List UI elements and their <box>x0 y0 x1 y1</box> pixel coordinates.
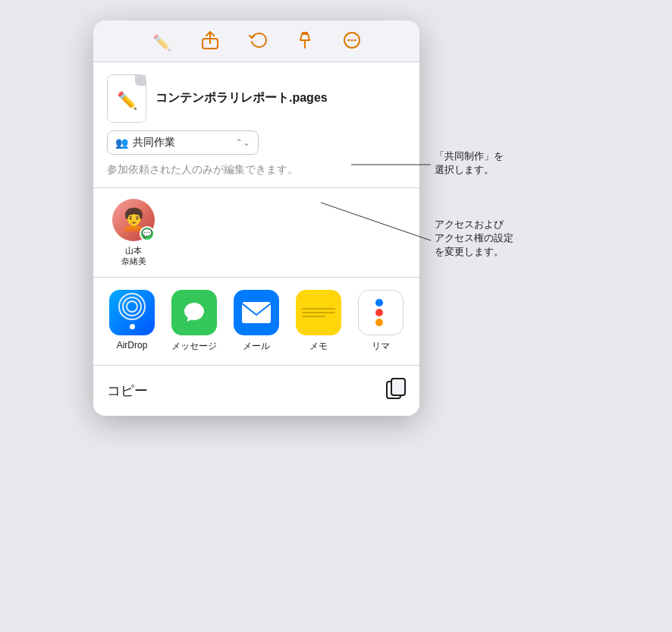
svg-point-2 <box>347 39 350 41</box>
apps-section: AirDrop メッセージ <box>93 278 419 366</box>
app-item-messages[interactable]: メッセージ <box>165 290 223 353</box>
app-label-notes: メモ <box>309 340 328 353</box>
file-name: コンテンポラリレポート.pages <box>155 90 328 106</box>
wave-inner <box>126 300 138 313</box>
app-label-airdrop: AirDrop <box>117 340 148 351</box>
avatar: 🧑‍🦱 💬 <box>112 199 155 241</box>
app-item-reminders[interactable]: リマ <box>352 290 410 353</box>
svg-rect-7 <box>391 379 405 395</box>
share-icon[interactable] <box>202 31 218 54</box>
file-header: ✏️ コンテンポラリレポート.pages <box>107 74 406 123</box>
pages-pencil-icon: ✏️ <box>117 91 137 111</box>
participant-section: 🧑‍🦱 💬 山本 奈緒美 <box>93 188 419 278</box>
reminders-dots <box>375 299 386 326</box>
access-text[interactable]: 参加依頼された人のみが編集できます。 <box>107 162 406 177</box>
dot-blue <box>375 299 383 307</box>
annotation-collab-line2: 選択します。 <box>435 163 504 177</box>
collab-label: 共同作業 <box>133 136 231 149</box>
svg-rect-5 <box>242 302 271 323</box>
undo-icon[interactable] <box>249 32 267 53</box>
app-item-notes[interactable]: メモ <box>290 290 347 353</box>
chevron-updown-icon: ⌃⌄ <box>235 137 250 148</box>
annotation-access: アクセスおよび アクセス権の設定 を変更します。 <box>435 218 513 259</box>
apps-row: AirDrop メッセージ <box>101 290 412 353</box>
toolbar: ✏️ <box>93 20 419 62</box>
wave-dot <box>130 324 135 329</box>
collab-dropdown[interactable]: 👥 共同作業 ⌃⌄ <box>107 130 259 155</box>
more-icon[interactable] <box>343 31 361 54</box>
message-badge: 💬 <box>140 226 155 241</box>
app-item-mail[interactable]: メール <box>228 290 285 353</box>
pin-icon[interactable] <box>297 31 312 54</box>
share-panel: ✏️ <box>93 20 419 417</box>
reminders-icon <box>358 290 404 335</box>
app-label-messages: メッセージ <box>171 340 217 353</box>
copy-section[interactable]: コピー <box>93 366 419 416</box>
app-item-airdrop[interactable]: AirDrop <box>103 290 161 353</box>
annotation-collab-line1: 「共同制作」を <box>435 149 504 163</box>
annotation-access-line2: アクセス権の設定 <box>435 231 513 245</box>
annotation-access-line1: アクセスおよび <box>435 218 513 231</box>
mail-icon <box>234 290 279 335</box>
messages-icon <box>171 290 217 335</box>
file-icon: ✏️ <box>107 74 146 123</box>
access-description: 参加依頼された人のみが編集できます。 <box>107 163 298 175</box>
airdrop-icon <box>109 290 155 335</box>
copy-icon <box>386 378 406 404</box>
participant-item[interactable]: 🧑‍🦱 💬 山本 奈緒美 <box>107 199 160 267</box>
annotation-access-line3: を変更します。 <box>435 245 513 259</box>
file-section: ✏️ コンテンポラリレポート.pages 👥 共同作業 ⌃⌄ 参加依頼された人の… <box>93 62 419 188</box>
app-label-reminders: リマ <box>372 340 390 353</box>
collab-people-icon: 👥 <box>115 137 128 149</box>
participant-name: 山本 奈緒美 <box>121 245 146 267</box>
notes-icon <box>296 290 341 335</box>
svg-point-4 <box>353 39 356 41</box>
copy-label: コピー <box>107 382 148 400</box>
app-label-mail: メール <box>243 340 270 353</box>
app-icon-toolbar: ✏️ <box>152 33 171 52</box>
dot-red <box>375 309 383 316</box>
svg-point-3 <box>350 39 353 41</box>
dot-orange <box>375 319 383 326</box>
annotation-collab: 「共同制作」を 選択します。 <box>435 149 504 177</box>
